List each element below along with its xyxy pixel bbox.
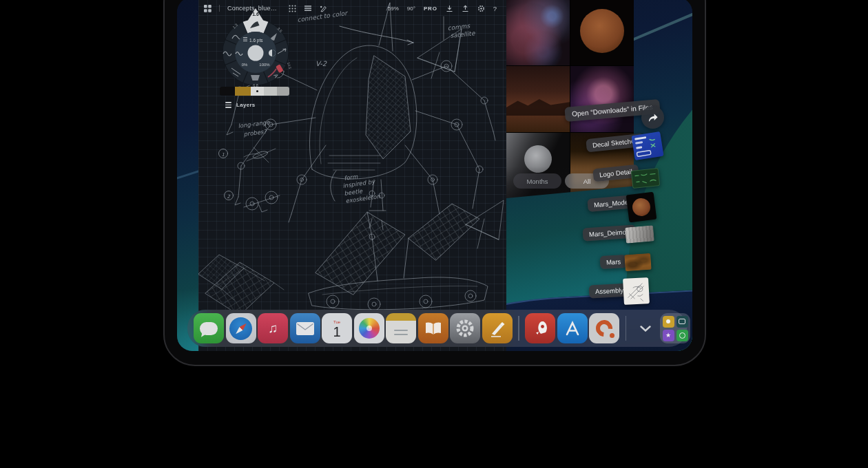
dock-divider — [626, 316, 627, 341]
forward-arrow-icon — [647, 112, 659, 123]
rotation-angle[interactable]: 90° — [407, 6, 415, 12]
share-button[interactable] — [641, 106, 664, 129]
palette-swatch-lightgray[interactable] — [264, 87, 277, 96]
drag-thumb-mars-deimos[interactable] — [625, 225, 654, 243]
annotation-beetle-2: inspired by — [342, 178, 376, 189]
annotation-probes-1: long-range — [238, 118, 271, 129]
app-sketch[interactable] — [482, 313, 513, 343]
dock-divider — [518, 316, 519, 341]
app-settings[interactable] — [450, 313, 480, 343]
layers-stack-icon[interactable] — [304, 5, 312, 12]
pen-tool-icon[interactable] — [320, 5, 327, 12]
min-opacity-label: 0% — [242, 63, 248, 67]
drag-item-label[interactable]: Mars — [600, 255, 628, 269]
pen-glyph — [488, 319, 506, 337]
mini-star-icon: ★ — [663, 330, 674, 341]
annotation-beetle-3: beetle — [344, 187, 364, 197]
tab-months[interactable]: Months — [513, 173, 561, 189]
app-rocket[interactable] — [525, 313, 555, 343]
settings-gear-glyph — [455, 318, 475, 339]
palette-swatch-white-selected[interactable] — [251, 87, 264, 96]
layers-button[interactable]: Layers — [225, 102, 256, 108]
notes-line-icon — [394, 334, 408, 335]
max-opacity-label: 100% — [259, 63, 270, 67]
music-note-icon: ♫ — [268, 321, 278, 336]
annotation-marker-2: 2 — [227, 194, 231, 200]
app-library-grid: ★ — [663, 316, 688, 341]
drag-thumb-logo-detail[interactable] — [631, 168, 660, 189]
pro-badge[interactable]: PRO — [424, 6, 437, 12]
palette-swatch-black[interactable] — [220, 87, 235, 96]
messages-bubble-icon — [200, 322, 218, 335]
annotation-comms-2: satellite — [450, 30, 476, 39]
concepts-app-window: connect to color V-2 comms satellite lon… — [198, 0, 506, 351]
probe-sketches — [244, 147, 280, 212]
drag-thumb-mars-model[interactable] — [626, 192, 657, 223]
app-notes[interactable] — [386, 313, 416, 343]
zoom-level[interactable]: 59% — [388, 6, 399, 12]
help-icon[interactable]: ? — [493, 5, 497, 12]
app-books[interactable] — [418, 313, 448, 343]
layers-menu-icon — [225, 102, 231, 108]
app-concepts[interactable] — [589, 313, 619, 343]
wheel-knob[interactable] — [248, 45, 264, 61]
lander-sketch — [309, 200, 504, 310]
photo-mars-surface[interactable] — [506, 66, 570, 132]
import-icon[interactable] — [446, 5, 453, 12]
books-icon — [424, 321, 442, 335]
mini-clock-icon — [676, 330, 688, 341]
photo-mars-planet[interactable] — [570, 0, 634, 65]
app-appstore[interactable] — [557, 313, 588, 343]
safari-compass-icon — [229, 317, 252, 340]
app-music[interactable]: ♫ — [258, 313, 288, 343]
annotation-probes-2: probes? — [243, 128, 268, 138]
annotation-version: V-2 — [316, 60, 327, 67]
dock: ♫ Tue 1 — [187, 310, 687, 347]
dock-collapse-button[interactable] — [635, 318, 656, 339]
page-background: connect to color V-2 comms satellite lon… — [0, 0, 868, 468]
calendar-day: 1 — [333, 325, 340, 339]
gallery-icon[interactable] — [204, 5, 211, 12]
concepts-dot-glyph — [610, 333, 614, 338]
segment-size-tag: 14.5 — [287, 62, 292, 70]
palette-swatch-gold[interactable] — [235, 87, 251, 96]
palette-swatch-gray[interactable] — [277, 87, 289, 96]
mini-camera-icon — [676, 316, 688, 328]
photo-orion-nebula[interactable] — [570, 66, 634, 132]
appstore-a-glyph — [564, 320, 581, 337]
app-safari[interactable] — [226, 313, 256, 343]
app-calendar[interactable]: Tue 1 — [322, 313, 352, 343]
mini-tips-icon — [663, 316, 674, 328]
drag-thumb-decal-sketches[interactable] — [631, 131, 663, 160]
annotation-beetle-4: exoskeleton — [345, 193, 381, 204]
app-library[interactable]: ★ — [660, 313, 690, 343]
photos-flower-icon — [359, 318, 380, 339]
ipad-device: connect to color V-2 comms satellite lon… — [163, 0, 706, 366]
ipad-screen: connect to color V-2 comms satellite lon… — [177, 0, 692, 351]
rocket-glyph — [531, 319, 549, 337]
annotation-comms-1: comms — [447, 22, 471, 31]
settings-gear-icon[interactable] — [477, 5, 485, 12]
drag-thumb-mars[interactable] — [624, 253, 652, 272]
stroke-size-label: 1.6 pts — [249, 38, 263, 43]
app-messages[interactable] — [194, 313, 224, 343]
export-icon[interactable] — [462, 5, 469, 12]
notes-line-icon — [394, 330, 408, 331]
annotation-beetle-1: form — [344, 173, 359, 182]
tool-wheel[interactable]: 1.6 1.3 3.5 A 14.5 6.8 — [214, 7, 297, 94]
chevron-down-icon — [640, 326, 651, 332]
tool-size-badge: 1.6 — [252, 12, 259, 17]
app-mail[interactable] — [290, 313, 320, 343]
layers-label: Layers — [236, 102, 256, 108]
color-palette-bar[interactable] — [220, 87, 289, 96]
drag-thumb-assembly[interactable] — [623, 277, 650, 305]
app-photos[interactable] — [354, 313, 384, 343]
mail-envelope-icon — [296, 322, 314, 335]
annotation-marker-1: 1 — [222, 152, 225, 158]
photo-horsehead-nebula[interactable] — [506, 0, 570, 65]
